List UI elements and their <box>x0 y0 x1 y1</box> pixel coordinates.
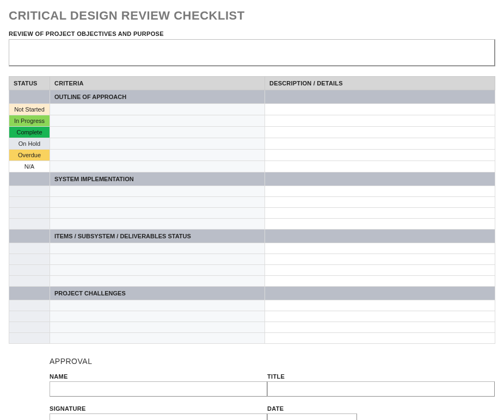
table-row: In Progress <box>9 115 495 127</box>
status-cell[interactable]: Complete <box>9 127 50 138</box>
section-name-cell: PROJECT CHALLENGES <box>50 287 265 300</box>
section-desc-cell <box>265 287 495 300</box>
description-cell[interactable] <box>265 104 495 115</box>
criteria-cell[interactable] <box>50 276 265 287</box>
approval-block: APPROVAL NAME TITLE SIGNATURE DATE <box>50 357 496 420</box>
criteria-cell[interactable] <box>50 333 265 344</box>
description-cell[interactable] <box>265 150 495 161</box>
description-cell[interactable] <box>265 115 495 127</box>
section-name-cell: ITEMS / SUBSYSTEM / DELIVERABLES STATUS <box>50 230 265 243</box>
page-title: CRITICAL DESIGN REVIEW CHECKLIST <box>9 9 495 23</box>
description-cell[interactable] <box>265 300 495 311</box>
section-status-cell <box>9 90 50 104</box>
description-cell[interactable] <box>265 322 495 333</box>
approval-name-label: NAME <box>50 373 267 380</box>
section-header-row: OUTLINE OF APPROACH <box>9 90 495 104</box>
description-cell[interactable] <box>265 186 495 197</box>
approval-title-label: TITLE <box>267 373 495 380</box>
table-row: N/A <box>9 161 495 172</box>
description-cell[interactable] <box>265 127 495 138</box>
criteria-cell[interactable] <box>50 208 265 219</box>
section-desc-cell <box>265 90 495 104</box>
approval-signature-input[interactable] <box>50 413 267 420</box>
criteria-cell[interactable] <box>50 115 265 127</box>
criteria-cell[interactable] <box>50 300 265 311</box>
table-row: Not Started <box>9 104 495 115</box>
description-cell[interactable] <box>265 208 495 219</box>
criteria-cell[interactable] <box>50 161 265 172</box>
col-header-description: DESCRIPTION / DETAILS <box>265 77 495 90</box>
description-cell[interactable] <box>265 254 495 265</box>
table-row <box>9 197 495 208</box>
description-cell[interactable] <box>265 161 495 172</box>
section-header-row: ITEMS / SUBSYSTEM / DELIVERABLES STATUS <box>9 230 495 243</box>
criteria-cell[interactable] <box>50 254 265 265</box>
status-cell[interactable]: Overdue <box>9 150 50 161</box>
table-row <box>9 186 495 197</box>
status-cell[interactable] <box>9 265 50 276</box>
approval-date-input[interactable] <box>267 413 357 420</box>
criteria-cell[interactable] <box>50 104 265 115</box>
status-cell[interactable] <box>9 219 50 230</box>
status-cell[interactable] <box>9 254 50 265</box>
status-cell[interactable]: N/A <box>9 161 50 172</box>
section-name-cell: SYSTEM IMPLEMENTATION <box>50 172 265 186</box>
criteria-cell[interactable] <box>50 243 265 254</box>
criteria-cell[interactable] <box>50 322 265 333</box>
table-row: On Hold <box>9 138 495 150</box>
description-cell[interactable] <box>265 265 495 276</box>
description-cell[interactable] <box>265 333 495 344</box>
checklist-table: STATUS CRITERIA DESCRIPTION / DETAILS OU… <box>9 76 495 344</box>
criteria-cell[interactable] <box>50 127 265 138</box>
approval-date-label: DATE <box>267 405 357 412</box>
section-header-row: SYSTEM IMPLEMENTATION <box>9 172 495 186</box>
table-row <box>9 208 495 219</box>
section-status-cell <box>9 172 50 186</box>
description-cell[interactable] <box>265 138 495 150</box>
description-cell[interactable] <box>265 197 495 208</box>
status-cell[interactable]: On Hold <box>9 138 50 150</box>
col-header-criteria: CRITERIA <box>50 77 265 90</box>
status-cell[interactable] <box>9 276 50 287</box>
criteria-cell[interactable] <box>50 138 265 150</box>
status-cell[interactable] <box>9 208 50 219</box>
description-cell[interactable] <box>265 311 495 322</box>
review-label: REVIEW OF PROJECT OBJECTIVES AND PURPOSE <box>9 30 495 37</box>
status-cell[interactable] <box>9 300 50 311</box>
table-row <box>9 300 495 311</box>
table-row <box>9 254 495 265</box>
status-cell[interactable]: In Progress <box>9 115 50 127</box>
table-row <box>9 243 495 254</box>
table-row <box>9 276 495 287</box>
status-cell[interactable] <box>9 322 50 333</box>
table-row <box>9 311 495 322</box>
criteria-cell[interactable] <box>50 186 265 197</box>
criteria-cell[interactable] <box>50 311 265 322</box>
section-status-cell <box>9 230 50 243</box>
table-row: Overdue <box>9 150 495 161</box>
criteria-cell[interactable] <box>50 150 265 161</box>
approval-title-input[interactable] <box>267 381 495 397</box>
table-row <box>9 333 495 344</box>
description-cell[interactable] <box>265 243 495 254</box>
criteria-cell[interactable] <box>50 265 265 276</box>
status-cell[interactable] <box>9 311 50 322</box>
approval-signature-label: SIGNATURE <box>50 405 267 412</box>
status-cell[interactable] <box>9 333 50 344</box>
table-row <box>9 265 495 276</box>
approval-name-input[interactable] <box>50 381 267 397</box>
review-textarea[interactable] <box>9 39 495 66</box>
status-cell[interactable] <box>9 197 50 208</box>
status-cell[interactable] <box>9 186 50 197</box>
approval-heading: APPROVAL <box>50 357 496 366</box>
section-name-cell: OUTLINE OF APPROACH <box>50 90 265 104</box>
description-cell[interactable] <box>265 219 495 230</box>
table-row <box>9 219 495 230</box>
section-desc-cell <box>265 230 495 243</box>
table-row <box>9 322 495 333</box>
status-cell[interactable]: Not Started <box>9 104 50 115</box>
criteria-cell[interactable] <box>50 219 265 230</box>
criteria-cell[interactable] <box>50 197 265 208</box>
status-cell[interactable] <box>9 243 50 254</box>
description-cell[interactable] <box>265 276 495 287</box>
